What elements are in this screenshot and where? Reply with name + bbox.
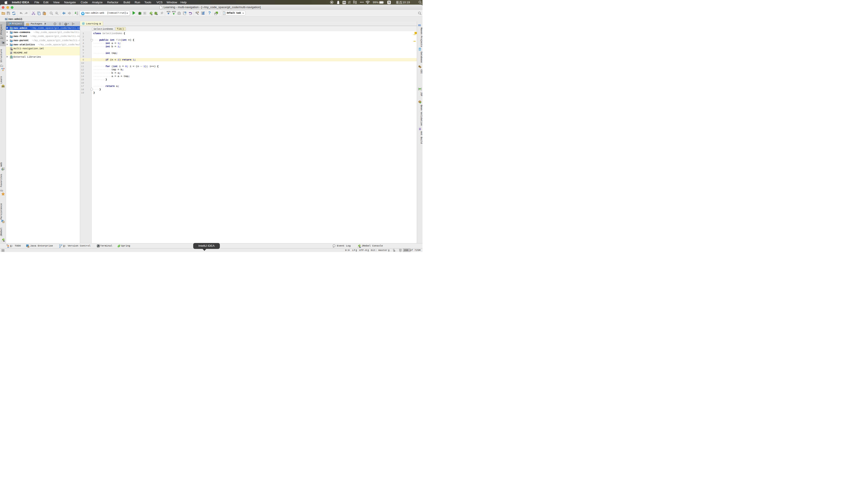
svg-text:A: A [56, 12, 57, 14]
svg-text:?: ? [223, 12, 225, 14]
svg-text:VCS: VCS [166, 11, 170, 13]
svg-text:JSF: JSF [419, 88, 422, 90]
svg-text:01: 01 [76, 14, 78, 15]
svg-text:JR: JR [3, 240, 5, 242]
svg-text:VCS: VCS [172, 11, 176, 13]
svg-text:c: c [83, 23, 84, 25]
svg-text:JR: JR [156, 14, 158, 15]
svg-text:JR: JR [359, 246, 361, 248]
svg-text:JR: JR [151, 14, 153, 15]
svg-text:EE: EE [28, 246, 29, 248]
